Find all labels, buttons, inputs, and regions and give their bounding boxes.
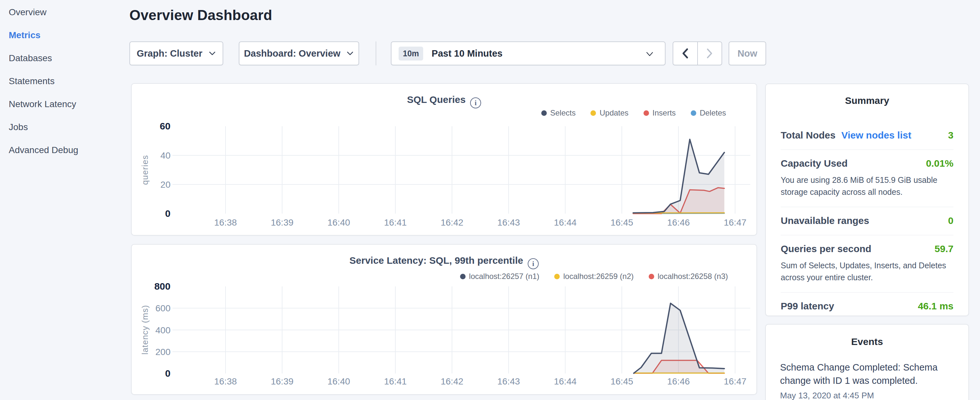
events-list: Schema Change Completed: Schema change w…	[780, 361, 954, 400]
x-axis-tick-label: 16:47	[724, 376, 746, 386]
summary-row-unavailable-ranges: Unavailable ranges0	[781, 207, 953, 235]
x-axis-tick-label: 16:44	[554, 376, 576, 386]
event-timestamp: May 13, 2020 at 4:45 PM	[780, 390, 954, 400]
summary-row-label: Queries per second	[781, 243, 871, 254]
sql-queries-chart-card: SQL Queriesi SelectsUpdatesInsertsDelete…	[131, 83, 757, 236]
graph-dropdown-label: Graph: Cluster	[137, 48, 202, 59]
x-axis-tick-label: 16:38	[214, 217, 237, 228]
x-axis-tick-label: 16:39	[271, 376, 293, 386]
now-button-label: Now	[737, 48, 757, 59]
summary-row-p99-latency: P99 latency46.1 ms	[781, 292, 953, 320]
sidebar-item-advanced-debug[interactable]: Advanced Debug	[9, 145, 78, 155]
summary-row-description: You are using 28.6 MiB of 515.9 GiB usab…	[781, 174, 953, 198]
sidebar-item-metrics[interactable]: Metrics	[9, 30, 40, 40]
x-axis-tick-label: 16:41	[384, 217, 407, 228]
sidebar-item-jobs[interactable]: Jobs	[9, 122, 28, 132]
now-button[interactable]: Now	[729, 41, 766, 65]
x-axis-tick-label: 16:45	[611, 217, 633, 228]
controls-divider	[375, 41, 376, 65]
summary-row-description: Sum of Selects, Updates, Inserts, and De…	[781, 260, 953, 284]
x-axis-tick-label: 16:45	[611, 376, 633, 386]
sidebar-item-databases[interactable]: Databases	[9, 53, 52, 64]
time-range-select[interactable]: 10m Past 10 Minutes	[391, 41, 665, 65]
chevron-down-icon	[346, 51, 354, 56]
time-range-prev-button[interactable]	[673, 42, 698, 65]
summary-row-label: Unavailable ranges	[781, 215, 869, 226]
y-axis-tick-label: 40	[161, 150, 170, 161]
page-title: Overview Dashboard	[129, 7, 272, 23]
dashboard-dropdown[interactable]: Dashboard: Overview	[239, 41, 359, 65]
summary-row-label: P99 latency	[781, 301, 834, 312]
summary-row-label: Total Nodes	[781, 130, 835, 141]
y-axis-tick-label: 600	[155, 303, 170, 313]
y-axis-tick-label: 200	[155, 347, 170, 357]
sidebar: OverviewMetricsDatabasesStatementsNetwor…	[0, 0, 129, 400]
sidebar-item-statements[interactable]: Statements	[9, 76, 55, 86]
y-axis-tick-label: 400	[155, 325, 170, 335]
view-nodes-list-link[interactable]: View nodes list	[841, 130, 911, 141]
summary-row-value: 59.7	[935, 243, 953, 254]
x-axis-tick-label: 16:44	[554, 217, 576, 228]
service-latency-chart-card: Service Latency: SQL, 99th percentilei l…	[131, 244, 757, 395]
y-axis-label: queries	[140, 155, 150, 185]
event-text: Schema Change Completed: Schema change w…	[780, 361, 954, 387]
summary-row-value: 3	[948, 130, 953, 141]
summary-panel: Summary Total NodesView nodes list3Capac…	[765, 83, 969, 316]
events-panel: Events Schema Change Completed: Schema c…	[765, 324, 969, 400]
time-range-badge: 10m	[399, 46, 423, 61]
x-axis-tick-label: 16:39	[271, 217, 293, 228]
summary-rows: Total NodesView nodes list3Capacity Used…	[781, 122, 953, 320]
time-range-step-group	[673, 41, 722, 65]
x-axis-tick-label: 16:42	[441, 217, 463, 228]
chevron-down-icon	[208, 51, 216, 56]
chevron-down-icon	[646, 51, 654, 58]
sidebar-item-network-latency[interactable]: Network Latency	[9, 99, 76, 109]
x-axis-tick-label: 16:47	[724, 217, 746, 228]
x-axis-tick-label: 16:40	[328, 376, 350, 386]
x-axis-tick-label: 16:46	[667, 376, 690, 386]
x-axis-tick-label: 16:43	[497, 376, 520, 386]
x-axis-tick-label: 16:43	[497, 217, 520, 228]
summary-row-value: 0	[948, 215, 953, 226]
events-title: Events	[780, 336, 954, 347]
summary-row-total-nodes: Total NodesView nodes list3	[781, 122, 953, 150]
y-axis-tick-label: 20	[161, 180, 170, 190]
chevron-left-icon	[681, 48, 689, 59]
summary-row-capacity-used: Capacity Used0.01%You are using 28.6 MiB…	[781, 150, 953, 207]
summary-row-queries-per-second: Queries per second59.7Sum of Selects, Up…	[781, 235, 953, 292]
x-axis-tick-label: 16:38	[214, 376, 237, 386]
chevron-right-icon	[705, 48, 714, 59]
y-axis-label: latency (ms)	[140, 305, 150, 355]
series-area	[634, 303, 724, 373]
summary-row-value: 0.01%	[926, 158, 953, 169]
service-latency-chart: 020040060080016:3816:3916:4016:4116:4216…	[132, 245, 758, 395]
dashboard-dropdown-label: Dashboard: Overview	[244, 48, 340, 59]
y-axis-tick-label: 60	[160, 121, 170, 131]
time-range-label: Past 10 Minutes	[431, 48, 503, 59]
controls-bar: Graph: Cluster Dashboard: Overview 10m P…	[129, 41, 766, 65]
x-axis-tick-label: 16:46	[667, 217, 690, 228]
summary-row-value: 46.1 ms	[918, 301, 953, 312]
time-range-next-button[interactable]	[698, 42, 722, 65]
x-axis-tick-label: 16:42	[441, 376, 463, 386]
x-axis-tick-label: 16:40	[328, 217, 350, 228]
sql-queries-chart: 020406016:3816:3916:4016:4116:4216:4316:…	[132, 84, 758, 236]
x-axis-tick-label: 16:41	[384, 376, 407, 386]
summary-row-label: Capacity Used	[781, 158, 848, 169]
graph-dropdown[interactable]: Graph: Cluster	[129, 41, 223, 65]
y-axis-tick-label: 0	[165, 368, 170, 379]
summary-title: Summary	[781, 95, 953, 106]
y-axis-tick-label: 800	[154, 281, 170, 292]
sidebar-item-overview[interactable]: Overview	[9, 7, 46, 18]
y-axis-tick-label: 0	[165, 208, 170, 219]
